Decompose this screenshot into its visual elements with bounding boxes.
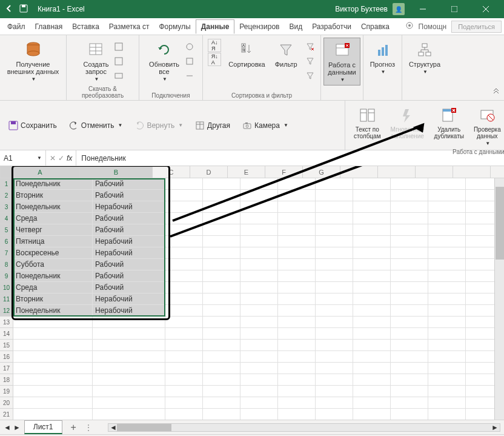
menu-вид[interactable]: Вид [284,19,307,34]
cell-B12[interactable]: Нерабочий [93,305,165,317]
fx-icon[interactable]: fx [67,154,72,163]
row-header-21[interactable]: 21 [0,409,13,420]
row-header-12[interactable]: 12 [0,305,13,317]
cell-B2[interactable]: Рабочий [93,190,165,201]
row-header-19[interactable]: 19 [0,386,13,397]
spreadsheet-grid[interactable]: ABCDEFG 12345678910111213141516171819202… [0,166,504,420]
filter-button[interactable]: Фильтр [271,38,301,70]
conn-opt2[interactable] [183,55,196,68]
save-button[interactable]: Сохранить [5,119,61,132]
row-header-1[interactable]: 1 [0,178,13,190]
query-opt1[interactable] [112,40,125,53]
cell-B8[interactable]: Рабочий [93,259,165,270]
cell-B6[interactable]: Нерабочий [93,236,165,247]
back-icon[interactable] [5,4,13,15]
col-header-F[interactable]: F [265,166,303,178]
row-header-17[interactable]: 17 [0,363,13,374]
cell-B4[interactable]: Рабочий [93,213,165,224]
other-button[interactable]: Другая [191,119,234,132]
sheet-next-icon[interactable]: ► [13,423,21,432]
col-header-D[interactable]: D [190,166,228,178]
row-header-14[interactable]: 14 [0,328,13,340]
menu-разработчи[interactable]: Разработчи [307,19,356,34]
cell-A5[interactable]: Четверг [13,224,93,236]
menu-файл[interactable]: Файл [2,19,30,34]
structure-button[interactable]: Структура▼ [405,38,444,77]
cancel-formula-icon[interactable]: ✕ [50,154,56,163]
cell-B1[interactable]: Рабочий [93,178,165,190]
menu-вставка[interactable]: Вставка [67,19,104,34]
menu-рецензиров[interactable]: Рецензиров [234,19,284,34]
cell-B9[interactable]: Рабочий [93,270,165,282]
row-header-18[interactable]: 18 [0,374,13,386]
col-header-A[interactable]: A [1,166,80,178]
create-query-button[interactable]: Создать запрос▼ [80,38,113,84]
vertical-scrollbar[interactable] [494,178,504,420]
text-to-columns-button[interactable]: Текст по столбцам [350,103,385,149]
sheet-prev-icon[interactable]: ◄ [4,423,11,432]
row-header-7[interactable]: 7 [0,247,13,259]
tell-me-icon[interactable] [405,21,414,32]
row-header-5[interactable]: 5 [0,224,13,236]
sort-za-button[interactable]: Я↓А [208,53,221,66]
row-header-10[interactable]: 10 [0,282,13,293]
maximize-button[interactable] [441,0,468,18]
row-header-15[interactable]: 15 [0,340,13,351]
cell-B10[interactable]: Рабочий [93,282,165,293]
cell-A8[interactable]: Суббота [13,259,93,270]
close-button[interactable] [472,0,499,18]
save-icon[interactable] [19,4,28,15]
query-opt2[interactable] [112,55,125,68]
col-header-E[interactable]: E [228,166,265,178]
col-header-C[interactable]: C [153,166,190,178]
cells[interactable]: ПонедельникРабочийВторникРабочийПонедель… [13,178,504,420]
filter-reapply[interactable] [303,55,317,68]
menu-справка[interactable]: Справка [356,19,394,34]
avatar[interactable]: 👤 [393,3,405,15]
cell-A1[interactable]: Понедельник [13,178,93,190]
menu-данные[interactable]: Данные [196,19,235,34]
filter-clear[interactable] [303,40,317,53]
menu-главная[interactable]: Главная [30,19,68,34]
redo-button[interactable]: Вернуть▼ [131,119,187,132]
name-box[interactable]: A1▼ [0,150,46,166]
cell-A2[interactable]: Вторник [13,190,93,201]
cell-A7[interactable]: Воскресенье [13,247,93,259]
user-name[interactable]: Виктор Бухтеев [335,5,388,13]
row-header-9[interactable]: 9 [0,270,13,282]
collapse-ribbon-icon[interactable] [492,86,500,96]
cell-A9[interactable]: Понедельник [13,270,93,282]
help-label[interactable]: Помощн [419,22,447,31]
col-header-B[interactable]: B [80,166,153,178]
row-header-4[interactable]: 4 [0,213,13,224]
flash-fill-button[interactable]: Мгновенное заполнение [387,103,428,149]
row-header-3[interactable]: 3 [0,201,13,213]
sort-button[interactable]: АЯ Сортировка [225,38,268,70]
cell-B11[interactable]: Нерабочий [93,293,165,305]
row-header-11[interactable]: 11 [0,293,13,305]
camera-button[interactable]: Камера▼ [239,119,292,132]
forecast-button[interactable]: Прогноз▼ [366,38,399,77]
cell-A11[interactable]: Вторник [13,293,93,305]
row-header-6[interactable]: 6 [0,236,13,247]
conn-opt3[interactable] [183,69,196,82]
get-external-data-button[interactable]: Получение внешних данных▼ [4,38,63,84]
cell-A3[interactable]: Понедельник [13,201,93,213]
enter-formula-icon[interactable]: ✓ [58,154,64,163]
menu-формулы[interactable]: Формулы [154,19,196,34]
cell-B7[interactable]: Нерабочий [93,247,165,259]
row-header-13[interactable]: 13 [0,317,13,328]
cell-A10[interactable]: Среда [13,282,93,293]
query-opt3[interactable] [112,69,125,82]
cell-B5[interactable]: Рабочий [93,224,165,236]
refresh-all-button[interactable]: Обновить все▼ [145,38,183,84]
cell-B3[interactable]: Нерабочий [93,201,165,213]
row-header-20[interactable]: 20 [0,397,13,409]
conn-opt1[interactable] [183,40,196,53]
sort-az-button[interactable]: А↓Я [208,39,221,52]
data-validation-button[interactable]: Проверка данных▼ [470,103,504,149]
filter-adv[interactable] [303,69,317,82]
row-header-16[interactable]: 16 [0,351,13,363]
row-header-2[interactable]: 2 [0,190,13,201]
undo-button[interactable]: Отменить▼ [65,119,127,132]
